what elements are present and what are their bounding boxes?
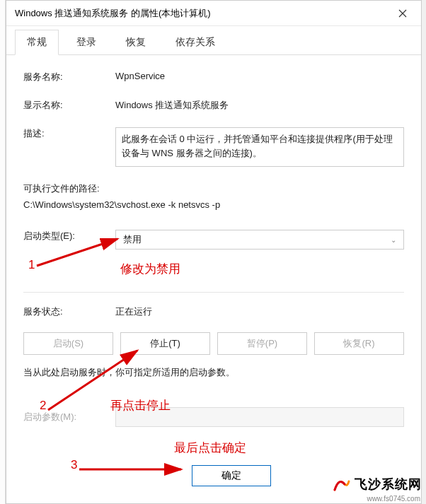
row-start-params: 启动参数(M): <box>23 407 404 427</box>
exe-path-label: 可执行文件的路径: <box>23 182 404 195</box>
service-name-label: 服务名称: <box>23 71 115 83</box>
tab-recovery[interactable]: 恢复 <box>114 30 158 55</box>
resume-button: 恢复(R) <box>314 332 404 355</box>
pause-button: 暂停(P) <box>217 332 307 355</box>
display-name-label: 显示名称: <box>23 99 115 112</box>
row-description: 描述: 此服务在会话 0 中运行，并托管通知平台和连接提供程序(用于处理设备与 … <box>23 127 404 167</box>
watermark-url: www.fs0745.com <box>367 495 420 503</box>
tabs: 常规 登录 恢复 依存关系 <box>6 26 421 55</box>
tab-content: 服务名称: WpnService 显示名称: Windows 推送通知系统服务 … <box>6 55 421 443</box>
display-name-value: Windows 推送通知系统服务 <box>115 99 404 112</box>
start-params-hint: 当从此处启动服务时，你可指定所适用的启动参数。 <box>23 366 404 379</box>
left-strip <box>0 0 6 504</box>
tab-dependencies[interactable]: 依存关系 <box>163 30 227 55</box>
row-display-name: 显示名称: Windows 推送通知系统服务 <box>23 99 404 112</box>
close-icon <box>398 9 407 18</box>
description-label: 描述: <box>23 127 115 167</box>
description-textarea[interactable]: 此服务在会话 0 中运行，并托管通知平台和连接提供程序(用于处理设备与 WNS … <box>115 127 404 167</box>
row-service-status: 服务状态: 正在运行 <box>23 305 404 318</box>
tab-general[interactable]: 常规 <box>15 30 59 55</box>
startup-type-select[interactable]: 禁用 ⌄ <box>115 230 404 250</box>
row-startup-type: 启动类型(E): 禁用 ⌄ <box>23 230 404 250</box>
window-title: Windows 推送通知系统服务 的属性(本地计算机) <box>15 7 393 20</box>
startup-type-label: 启动类型(E): <box>23 230 115 250</box>
start-params-input <box>115 407 404 427</box>
service-status-value: 正在运行 <box>115 305 404 318</box>
exe-path-value: C:\Windows\system32\svchost.exe -k netsv… <box>23 199 404 210</box>
service-status-label: 服务状态: <box>23 305 115 318</box>
titlebar: Windows 推送通知系统服务 的属性(本地计算机) <box>6 1 421 26</box>
tab-logon[interactable]: 登录 <box>64 30 108 55</box>
start-button: 启动(S) <box>23 332 113 355</box>
properties-dialog: Windows 推送通知系统服务 的属性(本地计算机) 常规 登录 恢复 依存关… <box>6 0 422 504</box>
service-name-value: WpnService <box>115 71 404 83</box>
start-params-label: 启动参数(M): <box>23 411 115 423</box>
startup-type-value: 禁用 <box>123 233 142 246</box>
row-service-name: 服务名称: WpnService <box>23 71 404 83</box>
stop-button[interactable]: 停止(T) <box>120 332 210 355</box>
chevron-down-icon: ⌄ <box>391 236 396 244</box>
control-buttons: 启动(S) 停止(T) 暂停(P) 恢复(R) <box>23 332 404 355</box>
ok-button[interactable]: 确定 <box>192 465 271 486</box>
close-button[interactable] <box>393 4 413 23</box>
divider <box>23 292 404 293</box>
